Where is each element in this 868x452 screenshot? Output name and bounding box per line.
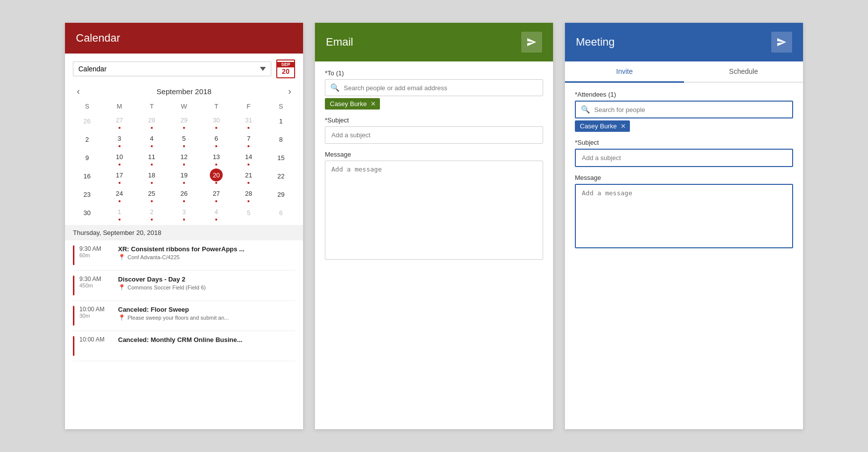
calendar-day[interactable]: 5 [233, 204, 265, 222]
today-button[interactable]: SEP 20 [276, 59, 295, 78]
calendar-day[interactable]: 9 [71, 149, 103, 167]
calendar-day[interactable]: 6 [200, 130, 233, 149]
calendar-day[interactable]: 20 [200, 167, 233, 185]
selected-date-label: Thursday, September 20, 2018 [65, 225, 303, 240]
day-number: 4 [145, 132, 158, 145]
calendar-day[interactable]: 11 [135, 149, 168, 167]
calendar-week-row: 16171819202122 [71, 167, 297, 185]
email-send-button[interactable] [521, 32, 542, 53]
calendar-day[interactable]: 12 [168, 149, 200, 167]
email-body: *To (1) 🔍 Casey Burke ✕ *Subject Message [315, 61, 553, 429]
day-number: 17 [113, 169, 126, 181]
calendar-day[interactable]: 6 [265, 204, 297, 222]
calendar-day[interactable]: 26 [168, 185, 200, 204]
calendar-grid: SMTWTFS 26272829303112345678910111213141… [65, 101, 303, 222]
calendar-week-row: 2627282930311 [71, 112, 297, 130]
meeting-body: *Attendees (1) 🔍 Casey Burke ✕ *Subject … [565, 83, 803, 429]
calendar-day[interactable]: 8 [265, 130, 297, 149]
to-tag-remove[interactable]: ✕ [371, 100, 376, 108]
calendar-day[interactable]: 31 [233, 112, 265, 130]
event-location: 📍Conf Advanta-C/4225 [118, 254, 245, 261]
event-title: Canceled: Monthly CRM Online Busine... [118, 336, 243, 343]
calendar-day[interactable]: 30 [200, 112, 233, 130]
meeting-title: Meeting [576, 36, 615, 49]
location-icon: 📍 [118, 314, 125, 321]
message-textarea[interactable] [325, 161, 543, 260]
calendar-day[interactable]: 17 [103, 167, 135, 185]
to-tag-list: Casey Burke ✕ [325, 98, 543, 110]
to-search-input[interactable] [344, 84, 538, 92]
day-number: 7 [242, 132, 255, 145]
calendar-event[interactable]: 9:30 AM450mDiscover Days - Day 2📍Commons… [73, 271, 295, 301]
calendar-event[interactable]: 9:30 AM60mXR: Consistent ribbons for Pow… [73, 240, 295, 271]
calendar-day[interactable]: 18 [135, 167, 168, 185]
calendar-week-row: 30123456 [71, 204, 297, 222]
calendar-day[interactable]: 13 [200, 149, 233, 167]
calendar-day[interactable]: 3 [103, 130, 135, 149]
meeting-message-label: Message [575, 174, 793, 181]
meeting-send-button[interactable] [771, 32, 792, 53]
calendar-dropdown[interactable]: Calendar [73, 61, 271, 76]
calendar-day[interactable]: 14 [233, 149, 265, 167]
tab-invite[interactable]: Invite [565, 61, 684, 83]
day-headers-row: SMTWTFS [71, 101, 297, 112]
day-number: 14 [242, 150, 255, 163]
calendar-event[interactable]: 10:00 AMCanceled: Monthly CRM Online Bus… [73, 331, 295, 361]
calendar-day[interactable]: 25 [135, 185, 168, 204]
calendar-day[interactable]: 10 [103, 149, 135, 167]
calendar-day[interactable]: 19 [168, 167, 200, 185]
to-search-wrap[interactable]: 🔍 [325, 79, 543, 96]
attendees-search-input[interactable] [594, 106, 787, 113]
day-number: 23 [81, 188, 94, 201]
calendar-day[interactable]: 24 [103, 185, 135, 204]
day-number: 5 [242, 207, 255, 220]
calendar-day[interactable]: 27 [103, 112, 135, 130]
day-number: 6 [274, 207, 287, 220]
attendees-search-wrap[interactable]: 🔍 [575, 101, 793, 118]
calendar-day[interactable]: 7 [233, 130, 265, 149]
meeting-subject-field-group: *Subject [575, 139, 793, 167]
calendar-day[interactable]: 29 [265, 185, 297, 204]
next-month-button[interactable]: › [284, 84, 295, 99]
calendar-day[interactable]: 29 [168, 112, 200, 130]
meeting-message-textarea[interactable] [575, 184, 793, 248]
calendar-day[interactable]: 28 [135, 112, 168, 130]
calendar-day[interactable]: 15 [265, 149, 297, 167]
event-info: Discover Days - Day 2📍Commons Soccer Fie… [118, 276, 206, 295]
day-number: 24 [113, 187, 126, 200]
calendar-day[interactable]: 1 [103, 204, 135, 222]
calendar-day[interactable]: 1 [265, 112, 297, 130]
calendar-day[interactable]: 2 [135, 204, 168, 222]
calendar-day[interactable]: 27 [200, 185, 233, 204]
message-field-group: Message [325, 151, 543, 262]
tab-schedule[interactable]: Schedule [684, 61, 803, 83]
prev-month-button[interactable]: ‹ [73, 84, 84, 99]
event-duration: 60m [79, 252, 113, 258]
subject-input[interactable] [325, 126, 543, 144]
calendar-day[interactable]: 4 [200, 204, 233, 222]
attendees-search-icon: 🔍 [581, 105, 590, 114]
day-header: S [265, 101, 297, 112]
event-info: XR: Consistent ribbons for PowerApps ...… [118, 245, 245, 265]
event-location: 📍Commons Soccer Field (Field 6) [118, 284, 206, 291]
calendar-day[interactable]: 16 [71, 167, 103, 185]
calendar-day[interactable]: 30 [71, 204, 103, 222]
calendar-day[interactable]: 22 [265, 167, 297, 185]
day-header: F [233, 101, 265, 112]
day-number: 16 [81, 170, 94, 183]
calendar-day[interactable]: 2 [71, 130, 103, 149]
to-label: *To (1) [325, 69, 543, 77]
send-icon [776, 37, 787, 47]
calendar-day[interactable]: 28 [233, 185, 265, 204]
meeting-subject-input[interactable] [575, 149, 793, 167]
calendar-day[interactable]: 26 [71, 112, 103, 130]
calendar-event[interactable]: 10:00 AM30mCanceled: Floor Sweep📍Please … [73, 301, 295, 331]
calendar-day[interactable]: 3 [168, 204, 200, 222]
calendar-day[interactable]: 4 [135, 130, 168, 149]
calendar-day[interactable]: 21 [233, 167, 265, 185]
attendee-tag-remove[interactable]: ✕ [620, 122, 626, 130]
calendar-week-row: 9101112131415 [71, 149, 297, 167]
calendar-week-row: 23242526272829 [71, 185, 297, 204]
calendar-day[interactable]: 23 [71, 185, 103, 204]
calendar-day[interactable]: 5 [168, 130, 200, 149]
